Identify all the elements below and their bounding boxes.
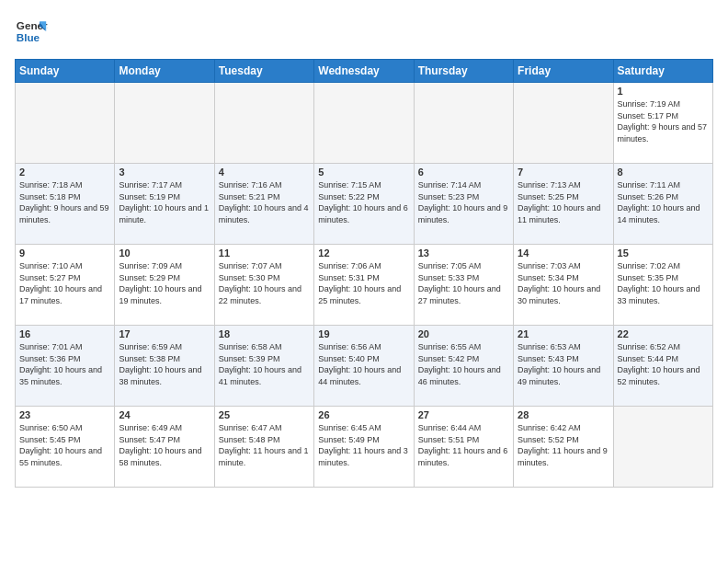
day-info: Sunrise: 6:49 AM Sunset: 5:47 PM Dayligh…	[119, 422, 210, 468]
calendar-cell: 2Sunrise: 7:18 AM Sunset: 5:18 PM Daylig…	[16, 164, 115, 245]
day-info: Sunrise: 7:14 AM Sunset: 5:23 PM Dayligh…	[418, 179, 509, 225]
day-number: 5	[318, 167, 409, 178]
day-number: 17	[119, 328, 210, 339]
calendar-cell: 9Sunrise: 7:10 AM Sunset: 5:27 PM Daylig…	[16, 245, 115, 326]
day-info: Sunrise: 7:03 AM Sunset: 5:34 PM Dayligh…	[518, 260, 609, 306]
day-number: 9	[19, 247, 110, 259]
calendar-cell	[115, 83, 214, 164]
calendar-week-row: 16Sunrise: 7:01 AM Sunset: 5:36 PM Dayli…	[16, 326, 713, 407]
day-info: Sunrise: 7:02 AM Sunset: 5:35 PM Dayligh…	[618, 260, 709, 306]
day-info: Sunrise: 7:05 AM Sunset: 5:33 PM Dayligh…	[418, 260, 509, 306]
page-header: General Blue	[15, 15, 713, 48]
day-info: Sunrise: 7:11 AM Sunset: 5:26 PM Dayligh…	[618, 179, 709, 225]
calendar-week-row: 1Sunrise: 7:19 AM Sunset: 5:17 PM Daylig…	[16, 83, 713, 164]
day-info: Sunrise: 7:09 AM Sunset: 5:29 PM Dayligh…	[119, 260, 210, 306]
day-number: 18	[219, 328, 310, 339]
calendar-week-row: 2Sunrise: 7:18 AM Sunset: 5:18 PM Daylig…	[16, 164, 713, 245]
day-header-tuesday: Tuesday	[214, 60, 313, 83]
calendar-cell: 23Sunrise: 6:50 AM Sunset: 5:45 PM Dayli…	[16, 407, 115, 488]
day-info: Sunrise: 6:42 AM Sunset: 5:52 PM Dayligh…	[518, 422, 609, 468]
day-info: Sunrise: 6:50 AM Sunset: 5:45 PM Dayligh…	[19, 422, 110, 468]
calendar-cell: 26Sunrise: 6:45 AM Sunset: 5:49 PM Dayli…	[314, 407, 414, 488]
calendar-cell: 6Sunrise: 7:14 AM Sunset: 5:23 PM Daylig…	[414, 164, 513, 245]
day-number: 24	[119, 409, 210, 420]
calendar-cell	[16, 83, 115, 164]
day-number: 22	[618, 328, 709, 339]
day-info: Sunrise: 6:47 AM Sunset: 5:48 PM Dayligh…	[219, 422, 310, 468]
calendar-cell: 3Sunrise: 7:17 AM Sunset: 5:19 PM Daylig…	[115, 164, 214, 245]
calendar-cell: 8Sunrise: 7:11 AM Sunset: 5:26 PM Daylig…	[613, 164, 712, 245]
day-number: 6	[418, 167, 509, 178]
calendar-cell: 25Sunrise: 6:47 AM Sunset: 5:48 PM Dayli…	[214, 407, 313, 488]
day-info: Sunrise: 7:13 AM Sunset: 5:25 PM Dayligh…	[518, 179, 609, 225]
calendar-cell: 18Sunrise: 6:58 AM Sunset: 5:39 PM Dayli…	[214, 326, 313, 407]
day-number: 11	[219, 247, 310, 259]
day-info: Sunrise: 7:07 AM Sunset: 5:30 PM Dayligh…	[219, 260, 310, 306]
calendar-cell: 20Sunrise: 6:55 AM Sunset: 5:42 PM Dayli…	[414, 326, 513, 407]
calendar-cell: 27Sunrise: 6:44 AM Sunset: 5:51 PM Dayli…	[414, 407, 513, 488]
day-number: 10	[119, 247, 210, 259]
calendar-week-row: 9Sunrise: 7:10 AM Sunset: 5:27 PM Daylig…	[16, 245, 713, 326]
day-info: Sunrise: 6:45 AM Sunset: 5:49 PM Dayligh…	[318, 422, 409, 468]
day-number: 13	[418, 247, 509, 259]
calendar-cell: 24Sunrise: 6:49 AM Sunset: 5:47 PM Dayli…	[115, 407, 214, 488]
day-header-sunday: Sunday	[16, 60, 115, 83]
day-number: 16	[19, 328, 110, 339]
logo-icon: General Blue	[15, 15, 48, 48]
calendar-cell: 19Sunrise: 6:56 AM Sunset: 5:40 PM Dayli…	[314, 326, 414, 407]
day-number: 14	[518, 247, 609, 259]
day-header-saturday: Saturday	[613, 60, 712, 83]
day-info: Sunrise: 7:18 AM Sunset: 5:18 PM Dayligh…	[19, 179, 110, 225]
day-info: Sunrise: 6:59 AM Sunset: 5:38 PM Dayligh…	[119, 341, 210, 387]
day-info: Sunrise: 6:58 AM Sunset: 5:39 PM Dayligh…	[219, 341, 310, 387]
day-number: 26	[318, 409, 409, 420]
day-info: Sunrise: 6:52 AM Sunset: 5:44 PM Dayligh…	[618, 341, 709, 387]
calendar-cell: 12Sunrise: 7:06 AM Sunset: 5:31 PM Dayli…	[314, 245, 414, 326]
calendar-cell: 7Sunrise: 7:13 AM Sunset: 5:25 PM Daylig…	[514, 164, 613, 245]
day-number: 3	[119, 167, 210, 178]
calendar-week-row: 23Sunrise: 6:50 AM Sunset: 5:45 PM Dayli…	[16, 407, 713, 488]
calendar-cell: 11Sunrise: 7:07 AM Sunset: 5:30 PM Dayli…	[214, 245, 313, 326]
calendar-cell: 28Sunrise: 6:42 AM Sunset: 5:52 PM Dayli…	[514, 407, 613, 488]
logo: General Blue	[15, 15, 48, 48]
day-number: 1	[618, 86, 709, 97]
day-info: Sunrise: 7:16 AM Sunset: 5:21 PM Dayligh…	[219, 179, 310, 225]
calendar-cell: 16Sunrise: 7:01 AM Sunset: 5:36 PM Dayli…	[16, 326, 115, 407]
day-number: 21	[518, 328, 609, 339]
day-info: Sunrise: 6:56 AM Sunset: 5:40 PM Dayligh…	[318, 341, 409, 387]
day-header-monday: Monday	[115, 60, 214, 83]
day-number: 8	[618, 167, 709, 178]
calendar-cell	[613, 407, 712, 488]
calendar-cell: 17Sunrise: 6:59 AM Sunset: 5:38 PM Dayli…	[115, 326, 214, 407]
day-info: Sunrise: 7:19 AM Sunset: 5:17 PM Dayligh…	[618, 98, 709, 144]
day-number: 23	[19, 409, 110, 420]
day-number: 12	[318, 247, 409, 259]
calendar-cell: 22Sunrise: 6:52 AM Sunset: 5:44 PM Dayli…	[613, 326, 712, 407]
day-info: Sunrise: 6:53 AM Sunset: 5:43 PM Dayligh…	[518, 341, 609, 387]
day-number: 2	[19, 167, 110, 178]
day-number: 27	[418, 409, 509, 420]
calendar-cell	[314, 83, 414, 164]
day-number: 20	[418, 328, 509, 339]
calendar-cell	[414, 83, 513, 164]
day-info: Sunrise: 6:44 AM Sunset: 5:51 PM Dayligh…	[418, 422, 509, 468]
calendar-cell: 4Sunrise: 7:16 AM Sunset: 5:21 PM Daylig…	[214, 164, 313, 245]
day-number: 15	[618, 247, 709, 259]
day-number: 28	[518, 409, 609, 420]
calendar-cell: 5Sunrise: 7:15 AM Sunset: 5:22 PM Daylig…	[314, 164, 414, 245]
calendar-cell: 15Sunrise: 7:02 AM Sunset: 5:35 PM Dayli…	[613, 245, 712, 326]
day-info: Sunrise: 7:10 AM Sunset: 5:27 PM Dayligh…	[19, 260, 110, 306]
day-info: Sunrise: 7:17 AM Sunset: 5:19 PM Dayligh…	[119, 179, 210, 225]
day-info: Sunrise: 7:15 AM Sunset: 5:22 PM Dayligh…	[318, 179, 409, 225]
calendar-cell	[514, 83, 613, 164]
day-info: Sunrise: 7:01 AM Sunset: 5:36 PM Dayligh…	[19, 341, 110, 387]
calendar-cell: 1Sunrise: 7:19 AM Sunset: 5:17 PM Daylig…	[613, 83, 712, 164]
day-number: 19	[318, 328, 409, 339]
calendar-cell: 10Sunrise: 7:09 AM Sunset: 5:29 PM Dayli…	[115, 245, 214, 326]
day-info: Sunrise: 7:06 AM Sunset: 5:31 PM Dayligh…	[318, 260, 409, 306]
calendar-table: SundayMondayTuesdayWednesdayThursdayFrid…	[15, 59, 713, 488]
calendar-cell	[214, 83, 313, 164]
day-number: 4	[219, 167, 310, 178]
day-header-wednesday: Wednesday	[314, 60, 414, 83]
day-number: 7	[518, 167, 609, 178]
